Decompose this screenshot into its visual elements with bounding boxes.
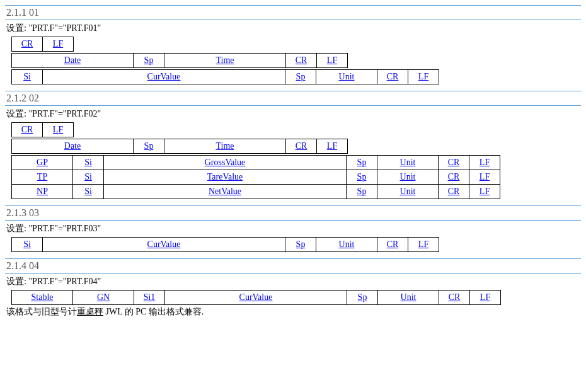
field-cell[interactable]: CR: [377, 238, 408, 252]
field-cell[interactable]: Time: [164, 139, 286, 154]
field-cell[interactable]: Time: [164, 54, 286, 68]
field-cell[interactable]: Sp: [347, 156, 377, 170]
field-link[interactable]: GN: [97, 292, 110, 302]
field-link[interactable]: CR: [296, 141, 307, 151]
field-cell[interactable]: Sp: [134, 54, 164, 68]
field-cell[interactable]: Sp: [347, 170, 377, 185]
field-cell[interactable]: Sp: [347, 291, 378, 305]
field-link[interactable]: Sp: [357, 172, 367, 182]
field-cell[interactable]: LF: [43, 123, 74, 137]
field-link[interactable]: Date: [64, 141, 81, 151]
field-link[interactable]: LF: [53, 125, 63, 134]
field-cell[interactable]: CR: [439, 185, 469, 199]
field-cell[interactable]: LF: [469, 156, 500, 170]
field-link[interactable]: GP: [37, 158, 48, 167]
field-link[interactable]: LF: [480, 187, 490, 196]
field-link[interactable]: Unit: [401, 292, 417, 302]
field-cell[interactable]: CurValue: [165, 291, 347, 305]
field-cell[interactable]: Date: [12, 54, 134, 68]
field-link[interactable]: Si: [84, 187, 92, 196]
field-link[interactable]: Sp: [358, 292, 367, 302]
field-cell[interactable]: CR: [12, 37, 43, 52]
field-link[interactable]: CR: [449, 292, 461, 302]
field-link[interactable]: Si: [84, 158, 92, 167]
field-link[interactable]: Unit: [339, 239, 355, 249]
field-cell[interactable]: LF: [469, 170, 500, 185]
field-cell[interactable]: NetValue: [104, 185, 347, 199]
field-link[interactable]: Sp: [357, 158, 367, 167]
field-cell[interactable]: TP: [12, 170, 73, 185]
field-cell[interactable]: Unit: [378, 291, 439, 305]
field-cell[interactable]: LF: [43, 37, 74, 52]
field-cell[interactable]: GN: [73, 291, 134, 305]
field-cell[interactable]: CR: [12, 123, 43, 137]
field-link[interactable]: Unit: [400, 187, 416, 196]
field-link[interactable]: Sp: [144, 55, 154, 65]
field-link[interactable]: CurValue: [147, 239, 181, 249]
field-link[interactable]: CR: [448, 187, 460, 196]
field-link[interactable]: CR: [387, 239, 399, 249]
field-link[interactable]: Si: [23, 72, 31, 81]
field-cell[interactable]: CurValue: [43, 238, 285, 252]
field-link[interactable]: LF: [418, 72, 428, 81]
field-cell[interactable]: CR: [439, 291, 470, 305]
field-link[interactable]: Date: [64, 55, 81, 65]
field-link[interactable]: CR: [296, 55, 307, 65]
field-link[interactable]: TP: [37, 172, 47, 182]
field-link[interactable]: CurValue: [239, 292, 273, 302]
field-link[interactable]: Sp: [296, 72, 306, 81]
field-link[interactable]: CR: [448, 172, 460, 182]
field-cell[interactable]: CR: [286, 54, 317, 68]
field-link[interactable]: LF: [418, 239, 428, 249]
field-link[interactable]: Unit: [400, 172, 416, 182]
field-link[interactable]: TareValue: [207, 172, 243, 182]
field-link[interactable]: Unit: [400, 158, 416, 167]
field-cell[interactable]: TareValue: [104, 170, 347, 185]
field-link[interactable]: NP: [37, 187, 48, 196]
field-link[interactable]: Sp: [296, 239, 306, 249]
field-cell[interactable]: Unit: [377, 185, 439, 199]
field-cell[interactable]: Date: [12, 139, 134, 154]
field-cell[interactable]: LF: [408, 238, 439, 252]
field-cell[interactable]: Si: [73, 170, 104, 185]
field-link[interactable]: NetValue: [209, 187, 241, 196]
field-cell[interactable]: LF: [317, 139, 348, 154]
field-cell[interactable]: LF: [317, 54, 348, 68]
field-cell[interactable]: Unit: [316, 70, 377, 84]
field-cell[interactable]: NP: [12, 185, 73, 199]
field-link[interactable]: Stable: [32, 292, 54, 302]
field-cell[interactable]: Si: [12, 70, 43, 84]
field-cell[interactable]: Unit: [377, 156, 439, 170]
field-cell[interactable]: Sp: [285, 70, 316, 84]
field-link[interactable]: CR: [448, 158, 460, 167]
field-cell[interactable]: CR: [286, 139, 317, 154]
field-cell[interactable]: LF: [408, 70, 439, 84]
field-cell[interactable]: Si: [73, 156, 104, 170]
field-cell[interactable]: Si: [12, 238, 43, 252]
field-link[interactable]: CR: [21, 125, 33, 134]
field-link[interactable]: LF: [480, 172, 490, 182]
field-link[interactable]: Unit: [339, 72, 355, 81]
field-cell[interactable]: CurValue: [43, 70, 285, 84]
field-cell[interactable]: Sp: [134, 139, 164, 154]
field-link[interactable]: Time: [215, 141, 234, 151]
field-link[interactable]: Sp: [357, 187, 367, 196]
field-link[interactable]: GrossValue: [205, 158, 246, 167]
field-cell[interactable]: LF: [470, 291, 501, 305]
field-cell[interactable]: Sp: [285, 238, 316, 252]
field-link[interactable]: Sp: [144, 141, 154, 151]
field-link[interactable]: Si: [23, 239, 31, 249]
field-link[interactable]: LF: [53, 39, 63, 49]
field-link[interactable]: Si1: [144, 292, 156, 302]
field-cell[interactable]: Stable: [12, 291, 73, 305]
field-link[interactable]: LF: [480, 292, 490, 302]
field-cell[interactable]: GP: [12, 156, 73, 170]
field-cell[interactable]: CR: [439, 170, 469, 185]
field-link[interactable]: LF: [480, 158, 490, 167]
field-link[interactable]: Time: [215, 55, 234, 65]
field-link[interactable]: CurValue: [147, 72, 181, 81]
field-cell[interactable]: Si: [73, 185, 104, 199]
field-cell[interactable]: GrossValue: [104, 156, 347, 170]
field-link[interactable]: CR: [387, 72, 399, 81]
field-cell[interactable]: CR: [439, 156, 469, 170]
